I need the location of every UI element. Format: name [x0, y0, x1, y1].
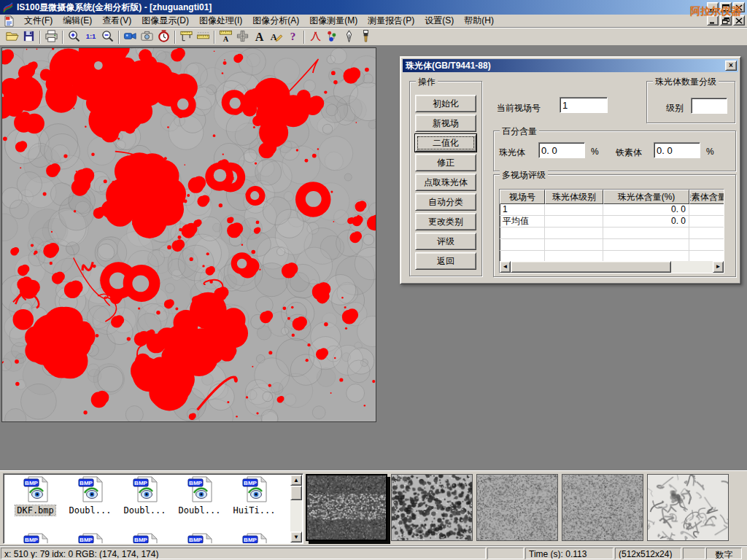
metallographic-image-binarized[interactable] [2, 48, 376, 421]
mdi-close-button[interactable] [733, 15, 745, 26]
annotate-icon: A [269, 29, 283, 45]
save-button[interactable] [20, 29, 37, 45]
mdi-minimize-button[interactable] [707, 15, 719, 26]
pen-tool-button[interactable] [341, 29, 357, 45]
file-item[interactable]: BMP [227, 533, 282, 544]
scroll-thumb[interactable] [511, 261, 671, 273]
op-button-3[interactable]: 二值化 [415, 134, 476, 152]
bmp-file-icon: BMP [78, 476, 103, 502]
document-icon [3, 15, 15, 27]
scroll-right-button[interactable]: ► [713, 261, 724, 273]
current-field-input[interactable] [560, 97, 608, 113]
ferrite-percent-input[interactable] [654, 142, 700, 158]
video-camera-button[interactable] [122, 29, 139, 45]
menu-item[interactable]: 测量报告(P) [363, 14, 419, 28]
scroll-left-button[interactable]: ◄ [500, 261, 511, 273]
mdi-restore-button[interactable] [720, 15, 732, 26]
table-row[interactable] [500, 239, 724, 251]
toolbar-separator [303, 31, 305, 44]
one-to-one-button[interactable]: 1:1 [82, 29, 99, 45]
points-tool-button[interactable] [324, 29, 341, 45]
grade-input[interactable] [691, 98, 727, 114]
timer-button[interactable] [155, 29, 172, 45]
text-tool-button[interactable]: A [251, 29, 268, 45]
file-name: Doubl... [68, 505, 113, 516]
status-mode: 数字 [706, 548, 742, 559]
status-image-size: (512x512x24) [615, 548, 681, 559]
menu-item[interactable]: 图像显示(D) [136, 14, 194, 28]
op-button-7[interactable]: 更改类别 [415, 213, 476, 230]
menu-item[interactable]: 编辑(E) [58, 14, 97, 28]
maximize-button[interactable] [720, 2, 732, 12]
help-button[interactable]: ? [285, 29, 301, 45]
thumbnail-3-fine[interactable] [476, 474, 558, 541]
dialog-title-bar[interactable]: 珠光体(GB/T9441-88) × [403, 59, 738, 72]
table-header: 铁素体含量(%) [689, 190, 724, 204]
minimize-button[interactable] [707, 2, 719, 12]
menu-item[interactable]: 图像测量(M) [304, 14, 363, 28]
dialog-close-button[interactable]: × [725, 61, 737, 71]
file-item[interactable]: BMPHuiTi... [227, 476, 282, 516]
menu-items: 文件(F)编辑(E)查看(V)图像显示(D)图像处理(I)图像分析(A)图像测量… [19, 14, 499, 28]
thumbnail-5-light-flakes[interactable] [647, 474, 729, 541]
menu-item[interactable]: 文件(F) [19, 14, 58, 28]
svg-text:BMP: BMP [25, 480, 38, 486]
menu-item[interactable]: 图像处理(I) [194, 14, 247, 28]
file-item[interactable]: BMP [63, 533, 117, 544]
close-button[interactable] [733, 2, 745, 12]
menu-item[interactable]: 设置(S) [419, 14, 459, 28]
file-item[interactable]: BMPDKF.bmp [8, 476, 63, 516]
caliper-icon [179, 29, 193, 45]
file-item[interactable]: BMPDoubl... [63, 476, 117, 516]
status-blank-2 [683, 548, 705, 559]
grid-tool-button[interactable] [234, 29, 251, 45]
op-button-5[interactable]: 点取珠光体 [415, 174, 476, 191]
op-button-4[interactable]: 修正 [415, 154, 476, 171]
table-row[interactable] [500, 228, 724, 239]
open-folder-button[interactable] [4, 29, 20, 45]
file-item[interactable]: BMP [172, 533, 227, 544]
toolbar: 1:1AAA? [0, 28, 747, 46]
grade-label: 级别 [666, 102, 684, 114]
thumbnail-2-coarse[interactable] [391, 474, 473, 541]
window-title: IS100显微摄像系统(金相分析版) - [zhuguangti01] [17, 1, 212, 14]
file-item[interactable]: BMPDoubl... [117, 476, 172, 516]
file-item[interactable]: BMP [117, 533, 172, 544]
curve-tool-button[interactable] [307, 29, 324, 45]
menu-item[interactable]: 查看(V) [97, 14, 136, 28]
zoom-out-button[interactable] [99, 29, 116, 45]
svg-text:BMP: BMP [244, 537, 257, 543]
thumbnail-4-fine[interactable] [562, 474, 643, 541]
table-row[interactable]: 10. 0 [500, 204, 724, 216]
annotate-button[interactable]: A [268, 29, 285, 45]
table-cell [689, 239, 724, 250]
zoom-in-button[interactable] [66, 29, 82, 45]
measure-text-button[interactable]: A [217, 29, 234, 45]
ruler-button[interactable] [195, 29, 212, 45]
scroll-track[interactable] [671, 261, 713, 273]
op-button-1[interactable]: 初始化 [415, 95, 476, 112]
file-vscrollbar[interactable]: ▲▼ [290, 475, 302, 542]
scroll-thumb[interactable] [290, 486, 302, 500]
toolbar-separator [62, 31, 63, 44]
file-item[interactable]: BMPDoubl... [172, 476, 227, 516]
thumbnail-1-dark-banded[interactable] [306, 474, 387, 541]
menu-item[interactable]: 帮助(H) [459, 14, 499, 28]
brush-tool-button[interactable] [357, 29, 374, 45]
print-button[interactable] [43, 29, 60, 45]
table-cell [689, 216, 724, 227]
op-button-2[interactable]: 新视场 [415, 114, 476, 132]
op-button-8[interactable]: 评级 [415, 233, 476, 250]
scroll-up-button[interactable]: ▲ [290, 475, 302, 486]
table-hscrollbar[interactable]: ◄► [500, 261, 724, 273]
file-item[interactable]: BMP [8, 533, 63, 544]
pearlite-percent-input[interactable] [538, 142, 585, 158]
table-row[interactable]: 平均值0. 0 [500, 216, 724, 228]
op-button-9[interactable]: 返回 [415, 252, 476, 270]
caliper-button[interactable] [178, 29, 195, 45]
photo-camera-button[interactable] [139, 29, 155, 45]
menu-item[interactable]: 图像分析(A) [247, 14, 304, 28]
op-button-6[interactable]: 自动分类 [415, 193, 476, 211]
scroll-down-button[interactable]: ▼ [290, 532, 302, 542]
ruler-icon [196, 29, 210, 45]
